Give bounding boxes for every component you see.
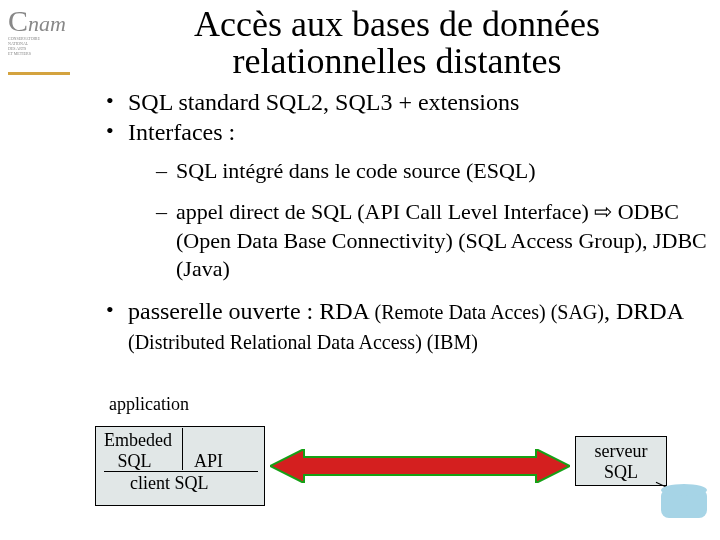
- embedded-label: Embeded SQL: [104, 430, 172, 471]
- passerelle-rda-detail: (Remote Data Acces) (SAG): [375, 301, 604, 323]
- svg-marker-0: [270, 449, 570, 483]
- horizontal-divider: [104, 471, 258, 472]
- logo-subtitle: CONSERVATOIRENATIONALDES ARTSET METIERS: [8, 36, 76, 56]
- server-line-1: serveur: [595, 441, 648, 461]
- sub-bullet-odbc: appel direct de SQL (API Call Level Inte…: [156, 198, 712, 284]
- bullet-sql-standard: SQL standard SQL2, SQL3 + extensions: [106, 87, 712, 117]
- passerelle-mid: , DRDA: [604, 298, 683, 324]
- application-label: application: [109, 394, 189, 415]
- slide-title: Accès aux bases de données relationnelle…: [82, 6, 712, 79]
- bidirectional-arrow: [270, 449, 570, 483]
- api-label: API: [194, 451, 223, 472]
- client-sql-label: client SQL: [130, 473, 209, 494]
- brand-logo: Cnam CONSERVATOIRENATIONALDES ARTSET MET…: [8, 4, 76, 75]
- passerelle-main: passerelle ouverte : RDA: [128, 298, 375, 324]
- title-line-1: Accès aux bases de données: [194, 4, 600, 44]
- bullet-interfaces: Interfaces : SQL intégré dans le code so…: [106, 117, 712, 283]
- title-line-2: relationnelles distantes: [233, 41, 562, 81]
- passerelle-drda-detail: (Distributed Relational Data Access) (IB…: [128, 331, 478, 353]
- database-icon: [661, 490, 707, 518]
- bullet-interfaces-label: Interfaces :: [128, 119, 235, 145]
- server-line-2: SQL: [604, 462, 638, 482]
- bullet-passerelle: passerelle ouverte : RDA (Remote Data Ac…: [106, 296, 712, 356]
- sub-bullet-esql: SQL intégré dans le code source (ESQL): [156, 157, 712, 186]
- client-box: Embeded SQL API client SQL: [95, 426, 265, 506]
- vertical-divider: [182, 428, 183, 470]
- logo-underline: [8, 72, 70, 75]
- architecture-diagram: application Embeded SQL API client SQL s…: [95, 394, 715, 534]
- server-box: serveur SQL: [575, 436, 667, 486]
- logo-word: Cnam: [8, 4, 76, 38]
